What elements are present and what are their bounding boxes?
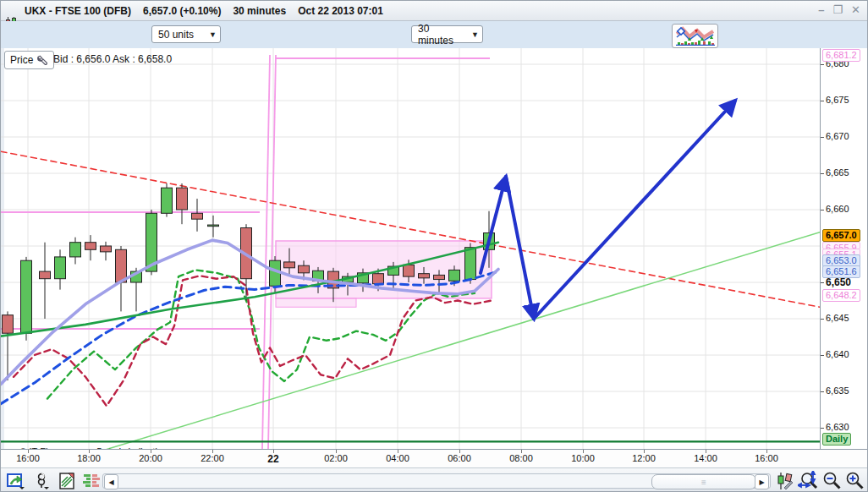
timeframe-dropdown-value: 30 minutes [418,23,463,46]
candle-body [192,213,203,219]
candle-body [116,249,127,282]
units-dropdown[interactable]: 50 units ▼ [151,25,221,43]
price-tick-mark [821,137,824,138]
price-badge-66812: 6,681.2 [822,49,860,62]
price-badge-66570: 6,657.0 [822,229,860,242]
bid-ask-readout: Bid : 6,656.0 Ask : 6,658.0 [53,53,172,65]
candle-body [434,275,445,279]
chevron-down-icon: ▼ [201,30,217,39]
time-tick-label: 04:00 [386,453,409,463]
scroll-left-button[interactable]: ◀ [104,474,118,489]
price-tick-label: 6,660 [826,204,849,214]
price-badge-66482: 6,648.2 [822,289,860,302]
chart-style-button[interactable] [672,24,718,48]
candle-body [101,246,112,252]
time-tick-label: 16:00 [16,453,40,463]
candle-body [419,274,430,278]
chart-plot-area[interactable]: Price Bid : 6,656.0 Ask : 6,658.0 © IT-F… [1,48,820,449]
market-depth-icon[interactable] [80,472,102,490]
title-quote: 6,657.0 (+0.10%) [143,5,221,17]
price-tick-mark [821,391,824,392]
time-tick-label: 08:00 [509,453,533,463]
time-tick-label: 22 [267,453,278,465]
candle-body [40,271,51,279]
candle-body [404,265,415,276]
candle-body [3,315,14,334]
time-tick-label: 02:00 [324,453,348,463]
candle-body [162,188,173,213]
chart-toolbar: 50 units ▼ 30 minutes ▼ [1,21,867,49]
price-tick-mark [821,173,824,174]
price-tick-label: 6,665 [826,167,849,178]
time-tick-label: 14:00 [694,453,717,463]
chart-settings-icon[interactable] [774,472,796,490]
candlestick-logo-icon [6,5,18,17]
wrench-icon [37,55,48,66]
close-button[interactable]: ✕ [851,3,860,17]
zoom-in-icon[interactable] [843,472,865,490]
candle-body [85,243,96,250]
candle-body [208,225,219,227]
scrollbar-thumb[interactable]: ≡ [651,474,756,489]
title-datetime: Oct 22 2013 07:01 [298,5,383,17]
candle-body [299,265,310,273]
scroll-right-button[interactable]: ▶ [755,474,769,489]
title-bar[interactable]: UKX - FTSE 100 (DFB) 6,657.0 (+0.10%) 30… [1,1,867,21]
price-tick-label: 6,630 [826,422,849,432]
candle-body [55,257,66,279]
price-badge-Daily: Daily [822,433,851,446]
candle-body [373,274,384,284]
magnet-tool-icon[interactable] [33,472,53,490]
candle-body [70,243,81,257]
price-button-label: Price [10,54,33,66]
bottom-toolbar: ◀ ≡ ▶ [1,467,868,492]
time-tick-label: 06:00 [448,453,471,463]
maximize-button[interactable]: ❐ [832,3,843,17]
price-tick-label: 6,645 [826,313,849,323]
mini-chart-thumbnail-icon [676,26,715,46]
zoom-fit-icon[interactable] [797,472,821,490]
price-tick-mark [821,64,824,65]
price-tick-label: 6,650 [826,276,851,288]
price-tick-mark [821,355,824,356]
price-axis[interactable]: 6,6806,6756,6706,6656,6606,6506,6456,640… [820,48,868,449]
chevron-down-icon: ▼ [463,30,479,39]
time-tick-label: 10:00 [571,453,595,463]
price-badge-66516: 6,651.6 [822,265,860,278]
price-tick-label: 6,640 [826,349,849,359]
units-dropdown-value: 50 units [158,29,194,41]
candle-body [21,260,32,333]
drawn-arrow [481,177,506,273]
price-tick-mark [821,319,824,320]
time-tick-label: 16:00 [755,453,778,463]
time-axis[interactable]: 16:0018:0020:0022:002202:0004:0006:0008:… [1,449,868,468]
candle-body [177,188,188,210]
candle-body [465,248,476,280]
time-tick-label: 12:00 [632,453,656,463]
pink-zone-rect-ext [276,298,356,307]
export-chart-icon[interactable] [6,472,28,490]
price-tick-mark [821,210,824,210]
price-tick-mark [821,101,824,101]
price-series-button[interactable]: Price [4,51,54,69]
title-timeframe: 30 minutes [233,5,286,17]
price-tick-mark [821,282,824,283]
timeframe-dropdown[interactable]: 30 minutes ▼ [411,25,483,43]
candle-body [449,270,460,281]
price-tick-mark [821,428,824,429]
candle-body [284,262,295,268]
price-tick-label: 6,670 [826,131,849,141]
price-chart-svg[interactable] [1,48,820,449]
zoom-out-icon[interactable] [821,472,843,490]
price-tick-label: 6,635 [826,385,849,396]
title-instrument: UKX - FTSE 100 (DFB) [25,5,131,17]
price-tick-label: 6,675 [826,95,849,105]
time-tick-label: 22:00 [201,453,224,463]
news-icon[interactable] [57,472,77,490]
chart-window: UKX - FTSE 100 (DFB) 6,657.0 (+0.10%) 30… [0,0,868,492]
minimize-button[interactable]: – [818,3,824,17]
time-tick-label: 20:00 [139,453,162,463]
time-tick-label: 18:00 [77,453,101,463]
chart-scrollbar[interactable]: ◀ ≡ ▶ [102,473,771,489]
